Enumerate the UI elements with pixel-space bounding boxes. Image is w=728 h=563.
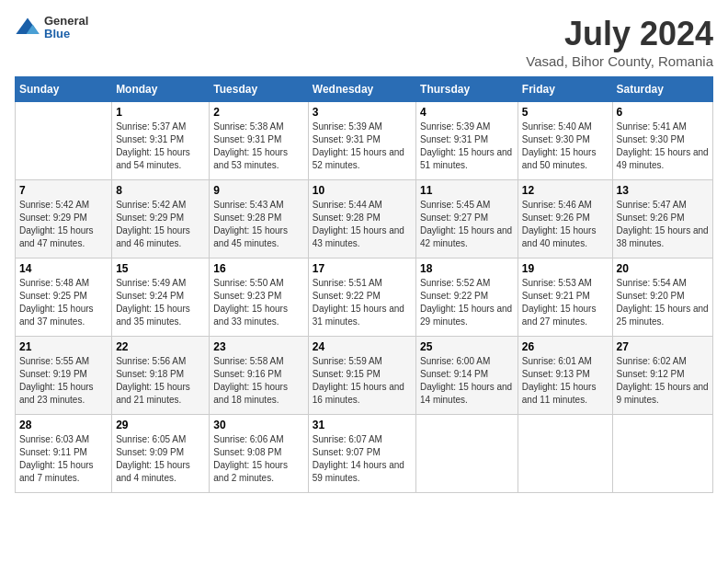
calendar-cell: 15Sunrise: 5:49 AMSunset: 9:24 PMDayligh… xyxy=(112,259,210,337)
calendar-cell: 6Sunrise: 5:41 AMSunset: 9:30 PMDaylight… xyxy=(612,102,712,180)
day-info: Sunrise: 5:42 AMSunset: 9:29 PMDaylight:… xyxy=(116,199,205,250)
day-number: 13 xyxy=(617,184,709,197)
logo-icon xyxy=(15,15,40,40)
day-number: 14 xyxy=(19,262,108,275)
calendar-cell xyxy=(16,102,112,180)
day-number: 24 xyxy=(313,340,412,353)
title-section: July 2024 Vasad, Bihor County, Romania xyxy=(526,15,713,69)
day-info: Sunrise: 5:59 AMSunset: 9:15 PMDaylight:… xyxy=(313,355,412,407)
day-info: Sunrise: 5:54 AMSunset: 9:20 PMDaylight:… xyxy=(617,277,709,328)
month-year-title: July 2024 xyxy=(526,15,713,53)
day-info: Sunrise: 5:49 AMSunset: 9:24 PMDaylight:… xyxy=(116,277,205,328)
weekday-header-saturday: Saturday xyxy=(612,77,712,102)
calendar-cell: 23Sunrise: 5:58 AMSunset: 9:16 PMDayligh… xyxy=(210,337,308,415)
calendar-week-4: 21Sunrise: 5:55 AMSunset: 9:19 PMDayligh… xyxy=(16,337,713,415)
day-info: Sunrise: 5:52 AMSunset: 9:22 PMDaylight:… xyxy=(420,277,514,328)
day-info: Sunrise: 6:07 AMSunset: 9:07 PMDaylight:… xyxy=(313,433,412,485)
calendar-cell: 7Sunrise: 5:42 AMSunset: 9:29 PMDaylight… xyxy=(16,180,112,259)
calendar-cell: 25Sunrise: 6:00 AMSunset: 9:14 PMDayligh… xyxy=(416,337,518,415)
day-info: Sunrise: 6:03 AMSunset: 9:11 PMDaylight:… xyxy=(19,433,108,485)
weekday-header-thursday: Thursday xyxy=(416,77,518,102)
calendar-week-5: 28Sunrise: 6:03 AMSunset: 9:11 PMDayligh… xyxy=(16,415,713,493)
weekday-header-monday: Monday xyxy=(112,77,210,102)
logo-blue: Blue xyxy=(44,28,88,40)
day-info: Sunrise: 5:38 AMSunset: 9:31 PMDaylight:… xyxy=(213,121,303,172)
calendar-cell: 21Sunrise: 5:55 AMSunset: 9:19 PMDayligh… xyxy=(16,337,112,415)
day-number: 26 xyxy=(522,340,609,353)
day-info: Sunrise: 6:00 AMSunset: 9:14 PMDaylight:… xyxy=(420,355,514,407)
day-number: 18 xyxy=(420,262,514,275)
day-number: 2 xyxy=(213,106,303,119)
weekday-header-friday: Friday xyxy=(518,77,612,102)
calendar-cell: 10Sunrise: 5:44 AMSunset: 9:28 PMDayligh… xyxy=(308,180,415,259)
calendar-cell: 16Sunrise: 5:50 AMSunset: 9:23 PMDayligh… xyxy=(210,259,308,337)
day-number: 10 xyxy=(313,184,412,197)
day-number: 9 xyxy=(213,184,303,197)
calendar-cell: 30Sunrise: 6:06 AMSunset: 9:08 PMDayligh… xyxy=(210,415,308,493)
day-number: 12 xyxy=(522,184,609,197)
day-number: 20 xyxy=(617,262,709,275)
day-number: 17 xyxy=(313,262,412,275)
calendar-cell: 28Sunrise: 6:03 AMSunset: 9:11 PMDayligh… xyxy=(16,415,112,493)
day-info: Sunrise: 5:45 AMSunset: 9:27 PMDaylight:… xyxy=(420,199,514,250)
day-number: 25 xyxy=(420,340,514,353)
day-number: 16 xyxy=(213,262,303,275)
calendar-cell xyxy=(416,415,518,493)
day-info: Sunrise: 5:53 AMSunset: 9:21 PMDaylight:… xyxy=(522,277,609,328)
day-info: Sunrise: 5:39 AMSunset: 9:31 PMDaylight:… xyxy=(313,121,412,172)
day-number: 3 xyxy=(313,106,412,119)
day-info: Sunrise: 6:05 AMSunset: 9:09 PMDaylight:… xyxy=(116,433,205,485)
day-info: Sunrise: 5:39 AMSunset: 9:31 PMDaylight:… xyxy=(420,121,514,172)
day-number: 5 xyxy=(522,106,609,119)
day-number: 19 xyxy=(522,262,609,275)
calendar-cell: 5Sunrise: 5:40 AMSunset: 9:30 PMDaylight… xyxy=(518,102,612,180)
calendar-cell: 27Sunrise: 6:02 AMSunset: 9:12 PMDayligh… xyxy=(612,337,712,415)
day-number: 29 xyxy=(116,419,205,431)
day-number: 28 xyxy=(19,419,108,431)
day-number: 31 xyxy=(313,419,412,431)
calendar-cell: 4Sunrise: 5:39 AMSunset: 9:31 PMDaylight… xyxy=(416,102,518,180)
calendar-cell: 24Sunrise: 5:59 AMSunset: 9:15 PMDayligh… xyxy=(308,337,415,415)
calendar-week-3: 14Sunrise: 5:48 AMSunset: 9:25 PMDayligh… xyxy=(16,259,713,337)
day-info: Sunrise: 6:02 AMSunset: 9:12 PMDaylight:… xyxy=(617,355,709,407)
day-info: Sunrise: 6:01 AMSunset: 9:13 PMDaylight:… xyxy=(522,355,609,407)
day-number: 15 xyxy=(116,262,205,275)
day-info: Sunrise: 5:41 AMSunset: 9:30 PMDaylight:… xyxy=(617,121,709,172)
calendar-cell: 12Sunrise: 5:46 AMSunset: 9:26 PMDayligh… xyxy=(518,180,612,259)
calendar-cell: 22Sunrise: 5:56 AMSunset: 9:18 PMDayligh… xyxy=(112,337,210,415)
day-info: Sunrise: 5:47 AMSunset: 9:26 PMDaylight:… xyxy=(617,199,709,250)
weekday-header-sunday: Sunday xyxy=(16,77,112,102)
calendar-header: SundayMondayTuesdayWednesdayThursdayFrid… xyxy=(16,77,713,102)
day-number: 27 xyxy=(617,340,709,353)
day-info: Sunrise: 5:40 AMSunset: 9:30 PMDaylight:… xyxy=(522,121,609,172)
calendar-cell: 1Sunrise: 5:37 AMSunset: 9:31 PMDaylight… xyxy=(112,102,210,180)
day-info: Sunrise: 5:55 AMSunset: 9:19 PMDaylight:… xyxy=(19,355,108,407)
calendar-cell: 31Sunrise: 6:07 AMSunset: 9:07 PMDayligh… xyxy=(308,415,415,493)
day-number: 30 xyxy=(213,419,303,431)
day-number: 1 xyxy=(116,106,205,119)
weekday-header-row: SundayMondayTuesdayWednesdayThursdayFrid… xyxy=(16,77,713,102)
weekday-header-tuesday: Tuesday xyxy=(210,77,308,102)
logo-general: General xyxy=(44,15,88,28)
calendar-cell xyxy=(612,415,712,493)
location-subtitle: Vasad, Bihor County, Romania xyxy=(526,53,713,69)
calendar-cell: 20Sunrise: 5:54 AMSunset: 9:20 PMDayligh… xyxy=(612,259,712,337)
day-number: 23 xyxy=(213,340,303,353)
calendar-cell: 9Sunrise: 5:43 AMSunset: 9:28 PMDaylight… xyxy=(210,180,308,259)
day-info: Sunrise: 5:43 AMSunset: 9:28 PMDaylight:… xyxy=(213,199,303,250)
calendar-cell xyxy=(518,415,612,493)
day-info: Sunrise: 5:48 AMSunset: 9:25 PMDaylight:… xyxy=(19,277,108,328)
calendar-week-1: 1Sunrise: 5:37 AMSunset: 9:31 PMDaylight… xyxy=(16,102,713,180)
calendar-cell: 19Sunrise: 5:53 AMSunset: 9:21 PMDayligh… xyxy=(518,259,612,337)
calendar-cell: 13Sunrise: 5:47 AMSunset: 9:26 PMDayligh… xyxy=(612,180,712,259)
day-info: Sunrise: 5:56 AMSunset: 9:18 PMDaylight:… xyxy=(116,355,205,407)
day-number: 4 xyxy=(420,106,514,119)
calendar-container: General Blue July 2024 Vasad, Bihor Coun… xyxy=(15,15,713,493)
calendar-cell: 29Sunrise: 6:05 AMSunset: 9:09 PMDayligh… xyxy=(112,415,210,493)
calendar-cell: 11Sunrise: 5:45 AMSunset: 9:27 PMDayligh… xyxy=(416,180,518,259)
day-info: Sunrise: 6:06 AMSunset: 9:08 PMDaylight:… xyxy=(213,433,303,485)
calendar-body: 1Sunrise: 5:37 AMSunset: 9:31 PMDaylight… xyxy=(16,102,713,493)
calendar-cell: 18Sunrise: 5:52 AMSunset: 9:22 PMDayligh… xyxy=(416,259,518,337)
calendar-cell: 2Sunrise: 5:38 AMSunset: 9:31 PMDaylight… xyxy=(210,102,308,180)
day-number: 7 xyxy=(19,184,108,197)
